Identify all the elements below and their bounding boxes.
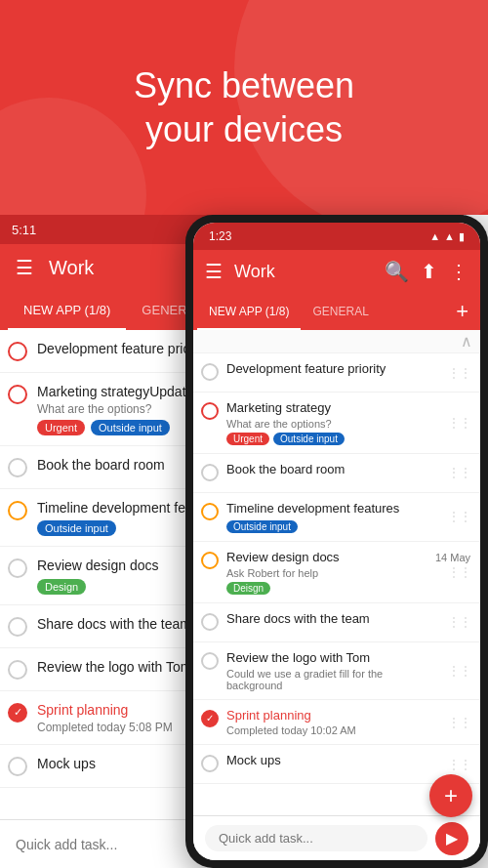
phone-task-subtitle: What are the options?	[226, 418, 441, 430]
phone-task-title: Marketing strategy	[226, 400, 441, 417]
phone-task-content: Mock ups	[226, 753, 441, 769]
tag-outside-input: Outside input	[37, 520, 116, 536]
phone-drag-handle[interactable]	[441, 614, 470, 630]
list-item[interactable]: Share docs with the team	[193, 603, 480, 642]
task-circle	[8, 558, 27, 578]
list-item[interactable]: Development feature priority	[193, 353, 480, 393]
phone-drag-handle[interactable]	[441, 465, 470, 480]
phone-task-content: Book the board room	[226, 462, 441, 478]
collapse-icon[interactable]: ∧	[461, 332, 472, 351]
phone-task-circle	[201, 363, 219, 381]
phone-task-circle	[201, 552, 219, 569]
tablet-time: 5:11	[12, 223, 36, 237]
phone-task-subtitle: Could we use a gradiet fill for the back…	[226, 668, 441, 691]
phone-task-title: Mock ups	[226, 753, 441, 769]
phone-tab-new-app[interactable]: NEW APP (1/8)	[197, 293, 301, 330]
task-circle	[8, 757, 27, 776]
phone-search-icon[interactable]: 🔍	[385, 260, 409, 283]
phone-drag-handle[interactable]	[441, 415, 470, 431]
task-circle	[8, 660, 27, 680]
phone-quick-add-input[interactable]	[205, 825, 427, 851]
phone-task-list: Development feature priority Marketing s…	[193, 353, 480, 815]
phone-task-content: Marketing strategy What are the options?…	[226, 400, 441, 445]
phone-task-subtitle: Completed today 10:02 AM	[226, 724, 441, 736]
phone-task-title: Development feature priority	[226, 361, 441, 378]
phone-signal-icon: ▲	[444, 230, 455, 242]
phone-tabs: NEW APP (1/8) GENERAL +	[193, 293, 480, 330]
tab-new-app[interactable]: NEW APP (1/8)	[8, 291, 126, 328]
phone-inner: 1:23 ▲ ▲ ▮ ☰ Work 🔍 ⬆ ⋮ NEW APP (1/8)	[193, 223, 480, 860]
phone-task-title: Review the logo with Tom	[226, 650, 441, 667]
phone-drag-handle[interactable]	[441, 365, 470, 381]
phone-share-icon[interactable]: ⬆	[421, 260, 437, 283]
list-item[interactable]: ✓ Sprint planning Completed today 10:02 …	[193, 700, 480, 746]
list-item[interactable]: Review design docs Ask Robert for help D…	[193, 542, 480, 603]
phone-toolbar-title: Work	[234, 262, 373, 282]
task-circle	[8, 617, 27, 637]
phone-toolbar: ☰ Work 🔍 ⬆ ⋮	[193, 250, 480, 293]
phone-task-content: Share docs with the team	[226, 611, 441, 628]
phone-task-circle	[201, 402, 219, 420]
phone-task-content: Sprint planning Completed today 10:02 AM	[226, 708, 441, 737]
phone-send-button[interactable]: ▶	[435, 822, 468, 855]
phone-drag-handle[interactable]	[441, 509, 470, 524]
phone-tag-design: Deisgn	[226, 582, 270, 595]
phone-wifi-icon: ▲	[429, 230, 440, 242]
phone-drag-handle[interactable]	[441, 757, 470, 772]
phone-task-content: Review the logo with Tom Could we use a …	[226, 650, 441, 691]
tag-outside-input: Outside input	[91, 420, 170, 435]
task-circle	[8, 385, 27, 404]
phone-task-circle	[201, 464, 219, 481]
mockup-area: 5:11 ▲ ▲ ▮ ☰ Work 🔍 ⬆ ⋮ NEW APP (1/8) GE…	[0, 215, 488, 868]
hero-section: Sync between your devices	[0, 0, 488, 215]
phone-time: 1:23	[209, 229, 231, 243]
phone-tab-add[interactable]: +	[448, 299, 476, 324]
phone-task-date: 14 May	[435, 552, 470, 563]
phone-more-icon[interactable]: ⋮	[449, 260, 468, 283]
tag-design: Design	[37, 579, 86, 595]
phone-status-bar: 1:23 ▲ ▲ ▮	[193, 223, 480, 250]
phone-task-circle	[201, 755, 219, 772]
tag-urgent: Urgent	[37, 420, 85, 435]
phone-tag-outside-input: Outside input	[273, 433, 345, 445]
phone-task-circle	[201, 503, 219, 520]
menu-icon[interactable]: ☰	[16, 256, 33, 279]
list-item[interactable]: Book the board room	[193, 454, 480, 493]
task-circle	[8, 342, 27, 361]
phone-task-circle-completed: ✓	[201, 710, 219, 727]
phone-task-tags: Outside input	[226, 520, 441, 533]
phone-status-icons: ▲ ▲ ▮	[429, 230, 465, 243]
task-circle	[8, 501, 27, 520]
phone-task-title: Book the board room	[226, 462, 441, 478]
task-circle	[8, 458, 27, 477]
phone-task-title: Review design docs	[226, 550, 441, 566]
phone-task-title: Timeline development features	[226, 501, 441, 517]
list-item[interactable]: Review the logo with Tom Could we use a …	[193, 642, 480, 700]
phone-task-title: Sprint planning	[226, 708, 441, 724]
list-item[interactable]: Timeline development features Outside in…	[193, 493, 480, 542]
phone-task-tags: Deisgn	[226, 582, 441, 595]
phone-task-content: Timeline development features Outside in…	[226, 501, 441, 533]
task-circle-completed: ✓	[8, 703, 27, 723]
phone-mockup: 1:23 ▲ ▲ ▮ ☰ Work 🔍 ⬆ ⋮ NEW APP (1/8)	[185, 215, 488, 868]
phone-task-subtitle: Ask Robert for help	[226, 567, 441, 579]
phone-tag-outside-input: Outside input	[226, 520, 298, 533]
phone-task-circle	[201, 652, 219, 670]
phone-drag-handle[interactable]	[441, 715, 470, 730]
phone-task-content: Development feature priority	[226, 361, 441, 378]
phone-task-content: Review design docs Ask Robert for help D…	[226, 550, 441, 595]
phone-tag-urgent: Urgent	[226, 433, 269, 445]
phone-task-title: Share docs with the team	[226, 611, 441, 628]
list-item[interactable]: Marketing strategy What are the options?…	[193, 393, 480, 454]
phone-drag-handle[interactable]	[441, 564, 470, 580]
hero-title: Sync between your devices	[134, 63, 354, 151]
phone-tab-general[interactable]: GENERAL	[301, 293, 380, 330]
phone-quick-add-bar: ▶	[193, 815, 480, 860]
phone-menu-icon[interactable]: ☰	[205, 260, 223, 283]
phone-task-circle	[201, 613, 219, 631]
collapse-row: ∧	[193, 330, 480, 353]
phone-task-tags: Urgent Outside input	[226, 433, 441, 445]
phone-drag-handle[interactable]	[441, 663, 470, 679]
phone-battery-icon: ▮	[459, 230, 465, 243]
phone-fab-button[interactable]: +	[429, 774, 472, 817]
